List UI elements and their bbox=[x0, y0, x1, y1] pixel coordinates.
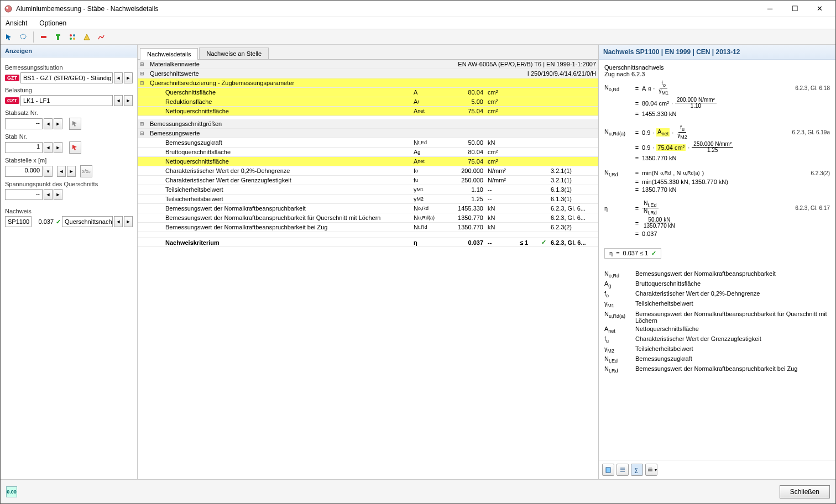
tool-cross-section-icon[interactable] bbox=[52, 31, 64, 43]
expand-icon[interactable]: ⊞ bbox=[138, 119, 147, 128]
stabstelle-next-button[interactable]: ► bbox=[67, 166, 76, 177]
right-panel: Nachweis SP1100 | EN 1999 | CEN | 2013-1… bbox=[599, 45, 835, 479]
input-stab[interactable]: 1 bbox=[5, 142, 43, 153]
label-stabsatz: Stabsatz Nr. bbox=[5, 109, 133, 116]
menu-view[interactable]: Ansicht bbox=[3, 18, 29, 28]
row-querschnittswerte[interactable]: Querschnittswerte bbox=[147, 69, 421, 78]
situation-prev-button[interactable]: ◄ bbox=[114, 72, 123, 83]
svg-point-8 bbox=[70, 38, 72, 40]
label-stabstelle: Stabstelle x [m] bbox=[5, 157, 133, 164]
row-label: Reduktionsfläche bbox=[147, 97, 411, 106]
row-bemessungswerte[interactable]: Bemessungswerte bbox=[147, 129, 411, 138]
tool-print-icon[interactable]: ▾ bbox=[645, 464, 657, 476]
tool-nodes-icon[interactable] bbox=[66, 31, 79, 43]
tab-nachweisdetails[interactable]: Nachweisdetails bbox=[140, 48, 198, 60]
close-button[interactable]: ✕ bbox=[807, 1, 832, 17]
svg-rect-17 bbox=[649, 467, 652, 469]
tool-warning-icon[interactable]: ! bbox=[81, 31, 93, 43]
input-spannung[interactable]: -- bbox=[5, 189, 43, 200]
status-icon[interactable]: 0.00 bbox=[6, 486, 17, 497]
tool-formula-icon[interactable]: ∑ bbox=[631, 464, 643, 476]
row-nachweiskriterium: Nachweiskriterium bbox=[147, 238, 411, 246]
input-stabstelle[interactable]: 0.000 bbox=[5, 166, 43, 177]
minimize-button[interactable]: ─ bbox=[757, 1, 782, 17]
expand-icon[interactable]: ⊞ bbox=[138, 60, 147, 69]
stabstelle-xx0-icon[interactable]: x/x₀ bbox=[80, 165, 92, 177]
svg-rect-16 bbox=[648, 469, 652, 471]
stabsatz-select-icon[interactable] bbox=[69, 118, 81, 130]
querschnittswerte-value: I 250/190/9.4/14.6/21/0/H bbox=[421, 69, 598, 78]
maximize-button[interactable]: ☐ bbox=[782, 1, 807, 17]
label-nachweis: Nachweis bbox=[5, 208, 133, 214]
svg-rect-5 bbox=[57, 36, 59, 40]
svg-text:!: ! bbox=[86, 35, 87, 40]
stabsatz-prev-button[interactable]: ◄ bbox=[44, 118, 53, 129]
stabstelle-dropdown[interactable]: ▼ bbox=[44, 166, 53, 177]
spannung-next-button[interactable]: ► bbox=[54, 189, 62, 200]
eta-result-box: η=0.037 ≤ 1✓ bbox=[604, 248, 661, 259]
details-grid[interactable]: ⊞ Materialkennwerte EN AW-6005A (EP/O,ER… bbox=[138, 59, 598, 479]
nachweis-ratio: 0.037 bbox=[33, 218, 55, 225]
svg-rect-3 bbox=[41, 36, 46, 38]
right-toolbar: ∑ ▾ bbox=[599, 460, 835, 479]
collapse-icon[interactable]: ⊟ bbox=[138, 129, 147, 138]
menubar: Ansicht Optionen bbox=[1, 17, 835, 29]
svg-text:∑: ∑ bbox=[634, 467, 638, 473]
collapse-icon[interactable]: ⊟ bbox=[138, 78, 147, 87]
row-reduzierung[interactable]: Querschnittsreduzierung - Zugbemessungsp… bbox=[147, 78, 411, 87]
label-spannung: Spannungspunkt des Querschnitts bbox=[5, 181, 133, 187]
menu-options[interactable]: Optionen bbox=[37, 18, 69, 28]
svg-point-0 bbox=[5, 6, 12, 12]
left-panel: Anzeigen Bemessungssituation GZT BS1 - G… bbox=[1, 45, 138, 479]
nachweis-next-button[interactable]: ► bbox=[124, 216, 133, 227]
row-bemessungsschnittgroessen[interactable]: Bemessungsschnittgrößen bbox=[147, 119, 411, 128]
combo-belastung[interactable]: LK1 - LF1 bbox=[20, 95, 113, 106]
stab-prev-button[interactable]: ◄ bbox=[44, 142, 53, 153]
badge-gzt: GZT bbox=[5, 75, 19, 81]
check-icon: ✓ bbox=[539, 238, 548, 246]
svg-point-6 bbox=[70, 34, 72, 36]
svg-point-7 bbox=[73, 34, 75, 36]
right-header: Nachweis SP1100 | EN 1999 | CEN | 2013-1… bbox=[599, 45, 835, 60]
label-stab: Stab Nr. bbox=[5, 133, 133, 140]
stab-next-button[interactable]: ► bbox=[54, 142, 62, 153]
tool-select-icon[interactable] bbox=[3, 31, 15, 43]
row-materialkennwerte[interactable]: Materialkennwerte bbox=[147, 60, 421, 69]
expand-icon[interactable]: ⊞ bbox=[138, 69, 147, 78]
situation-next-button[interactable]: ► bbox=[124, 72, 133, 83]
svg-point-1 bbox=[6, 7, 8, 9]
tool-lasso-icon[interactable] bbox=[17, 31, 29, 43]
tab-nachweise-an-stelle[interactable]: Nachweise an Stelle bbox=[199, 48, 269, 59]
window-title: Aluminiumbemessung - Stäbe - Nachweisdet… bbox=[16, 5, 757, 13]
check-icon: ✓ bbox=[56, 218, 61, 225]
tool-member-icon[interactable] bbox=[38, 31, 50, 43]
tool-results-icon[interactable] bbox=[95, 31, 107, 43]
check-icon: ✓ bbox=[651, 250, 656, 257]
materialkennwerte-value: EN AW-6005A (EP/O,ER/B) T6 | EN 1999-1-1… bbox=[421, 60, 598, 69]
stab-select-icon[interactable] bbox=[69, 141, 81, 154]
stabsatz-next-button[interactable]: ► bbox=[54, 118, 62, 129]
combo-situation[interactable]: BS1 - GZT (STR/GEO) - Ständig ... bbox=[20, 72, 113, 83]
svg-rect-4 bbox=[56, 34, 60, 36]
belastung-next-button[interactable]: ► bbox=[124, 95, 133, 106]
nachweis-prev-button[interactable]: ◄ bbox=[114, 216, 123, 227]
app-icon bbox=[4, 4, 13, 13]
belastung-prev-button[interactable]: ◄ bbox=[114, 95, 123, 106]
close-dialog-button[interactable]: Schließen bbox=[780, 485, 830, 498]
tabstrip: Nachweisdetails Nachweise an Stelle bbox=[138, 45, 598, 59]
nachweis-id[interactable]: SP1100 bbox=[5, 216, 32, 227]
spannung-prev-button[interactable]: ◄ bbox=[44, 189, 53, 200]
subtitle-1: Querschnittsnachweis bbox=[604, 64, 830, 71]
stabstelle-prev-button[interactable]: ◄ bbox=[57, 166, 66, 177]
svg-point-2 bbox=[20, 34, 26, 39]
svg-rect-11 bbox=[606, 468, 610, 473]
titlebar: Aluminiumbemessung - Stäbe - Nachweisdet… bbox=[1, 1, 835, 17]
svg-point-9 bbox=[73, 38, 75, 40]
row-label: Nettoquerschnittsfläche bbox=[147, 107, 411, 116]
nachweis-text[interactable]: Querschnittsnach... bbox=[62, 216, 113, 227]
subtitle-2: Zug nach 6.2.3 bbox=[604, 71, 830, 77]
tool-list-icon[interactable] bbox=[616, 464, 629, 476]
center-panel: Nachweisdetails Nachweise an Stelle ⊞ Ma… bbox=[138, 45, 599, 479]
tool-copy-icon[interactable] bbox=[602, 464, 614, 476]
input-stabsatz[interactable]: -- bbox=[5, 118, 43, 129]
